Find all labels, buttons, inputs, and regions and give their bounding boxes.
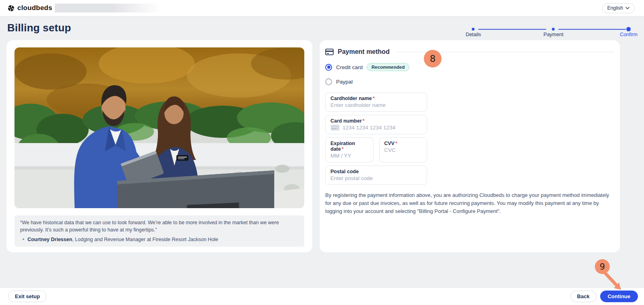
payment-method-panel: Payment method Credit card Recommended P… — [320, 40, 620, 252]
radio-option-paypal[interactable]: Paypal — [325, 77, 614, 86]
radio-option-credit-card[interactable]: Credit card Recommended — [325, 63, 614, 72]
cloudbeds-pinwheel-icon — [7, 4, 15, 12]
cvv-label-text: CVV — [384, 141, 395, 146]
cloudbeds-logo: cloudbeds — [7, 4, 52, 12]
annotation-step-8: 8 — [424, 50, 442, 68]
footer-action-bar: Exit setup Back Continue — [0, 287, 644, 305]
step-label-payment: Payment — [535, 32, 572, 37]
payment-method-title: Payment method — [338, 48, 390, 55]
recommended-badge: Recommended — [367, 63, 409, 71]
expiration-date-input[interactable] — [330, 153, 368, 159]
promo-photo — [14, 47, 304, 208]
bullet-marker: • — [20, 237, 24, 242]
cvv-field[interactable]: CVV* — [379, 137, 427, 162]
progress-stepper: Details Payment Confirm — [455, 23, 641, 38]
language-selector[interactable]: English — [602, 3, 635, 13]
postal-code-field[interactable]: Postal code — [325, 166, 427, 185]
testimonial-quote: “We have historical data that we can use… — [20, 219, 299, 233]
card-number-field[interactable]: Card number* — [325, 115, 427, 134]
postal-label-text: Postal code — [330, 169, 359, 174]
required-asterisk: * — [363, 118, 365, 124]
postal-code-input[interactable] — [330, 175, 422, 181]
postal-code-label: Postal code — [330, 169, 422, 174]
step-label-confirm: Confirm — [610, 32, 644, 37]
page-title: Billing setup — [7, 22, 71, 34]
radio-credit-card[interactable] — [325, 64, 332, 71]
cardholder-name-label: Cardholder name* — [330, 96, 422, 101]
expiration-date-label: Expiration date* — [330, 141, 368, 152]
language-label: English — [607, 5, 623, 11]
radio-paypal[interactable] — [325, 78, 332, 85]
step-dot-details — [472, 28, 475, 31]
card-number-label: Card number* — [330, 118, 422, 124]
step-label-details: Details — [455, 32, 492, 37]
payment-method-header: Payment method — [325, 46, 614, 57]
logo-wordmark: cloudbeds — [17, 4, 52, 12]
billing-setup-page: cloudbeds English Billing setup Details … — [0, 0, 644, 305]
cardholder-name-field[interactable]: Cardholder name* — [325, 92, 427, 112]
expiration-date-field[interactable]: Expiration date* — [325, 137, 374, 162]
payment-authorization-legal-text: By registering the payment information a… — [325, 191, 614, 215]
attribution-text: Courtney Driessen, Lodging and Revenue M… — [27, 237, 218, 242]
step-connector-1 — [478, 29, 546, 30]
required-asterisk: * — [395, 141, 397, 146]
credit-card-icon — [325, 49, 334, 55]
exit-setup-button[interactable]: Exit setup — [8, 291, 47, 302]
card-number-input[interactable] — [343, 125, 422, 131]
cardholder-label-text: Cardholder name — [330, 96, 372, 101]
radio-credit-card-label: Credit card — [336, 64, 363, 70]
required-asterisk: * — [342, 146, 344, 152]
annotation-step-9: 9 — [595, 259, 610, 274]
card-number-label-text: Card number — [330, 118, 362, 124]
card-form: Cardholder name* Card number* Expiration… — [325, 92, 427, 185]
top-header-bar: cloudbeds English — [0, 0, 644, 16]
testimonial-attribution: • Courtney Driessen, Lodging and Revenue… — [20, 237, 299, 242]
cardholder-name-input[interactable] — [330, 102, 422, 108]
attribution-role: , Lodging and Revenue Manager at Firesid… — [72, 237, 218, 242]
redacted-text-placeholder — [55, 4, 160, 12]
step-connector-2 — [558, 29, 626, 30]
cvv-label: CVV* — [384, 141, 422, 146]
required-asterisk: * — [373, 96, 375, 101]
radio-paypal-label: Paypal — [336, 79, 353, 85]
continue-button[interactable]: Continue — [600, 291, 638, 302]
back-button[interactable]: Back — [570, 291, 597, 302]
testimonial-box: “We have historical data that we can use… — [14, 215, 304, 247]
step-dot-payment — [552, 28, 555, 31]
cvv-input[interactable] — [384, 147, 422, 153]
card-brand-icon — [330, 125, 340, 131]
promo-panel: “We have historical data that we can use… — [6, 40, 312, 252]
attribution-name: Courtney Driessen — [27, 237, 72, 242]
chevron-down-icon — [625, 7, 630, 9]
step-dot-confirm — [626, 27, 631, 31]
